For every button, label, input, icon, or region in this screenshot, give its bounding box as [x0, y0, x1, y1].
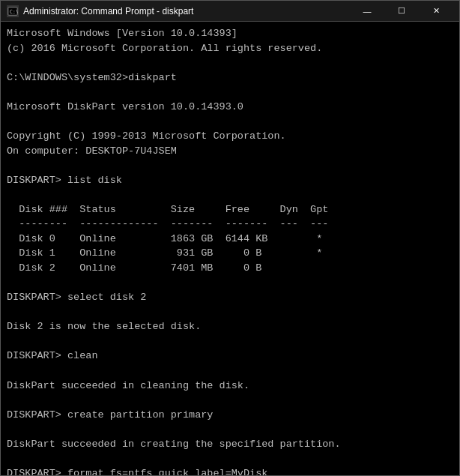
terminal-line: DISKPART> list disk [7, 173, 453, 188]
terminal-line: Disk 2 is now the selected disk. [7, 319, 453, 334]
terminal-line: DiskPart succeeded in cleaning the disk. [7, 379, 453, 394]
terminal-body[interactable]: Microsoft Windows [Version 10.0.14393](c… [1, 22, 459, 475]
minimize-button[interactable]: — [350, 1, 384, 22]
terminal-line [7, 114, 453, 129]
title-bar: C:\ Administrator: Command Prompt - disk… [1, 1, 459, 22]
terminal-line: Disk ### Status Size Free Dyn Gpt [7, 202, 453, 217]
terminal-line [7, 334, 453, 349]
terminal-line: Disk 1 Online 931 GB 0 B * [7, 246, 453, 261]
command-prompt-window: C:\ Administrator: Command Prompt - disk… [0, 0, 460, 476]
terminal-line: On computer: DESKTOP-7U4JSEM [7, 144, 453, 159]
terminal-line [7, 85, 453, 100]
terminal-line [7, 276, 453, 291]
terminal-line [7, 187, 453, 202]
window-controls: — ☐ ✕ [350, 1, 453, 22]
close-button[interactable]: ✕ [419, 1, 453, 22]
terminal-line [7, 451, 453, 466]
terminal-line: Disk 0 Online 1863 GB 6144 KB * [7, 232, 453, 247]
window-title: Administrator: Command Prompt - diskpart [23, 6, 350, 16]
terminal-line: Microsoft Windows [Version 10.0.14393] [7, 26, 453, 41]
terminal-line [7, 55, 453, 70]
window-icon: C:\ [7, 5, 19, 17]
maximize-button[interactable]: ☐ [384, 1, 419, 22]
terminal-line: C:\WINDOWS\system32>diskpart [7, 70, 453, 85]
terminal-line: DISKPART> select disk 2 [7, 290, 453, 305]
terminal-line: DISKPART> create partition primary [7, 408, 453, 423]
terminal-line [7, 422, 453, 437]
terminal-line: Microsoft DiskPart version 10.0.14393.0 [7, 100, 453, 115]
terminal-line: DiskPart succeeded in creating the speci… [7, 437, 453, 452]
svg-text:C:\: C:\ [10, 8, 18, 14]
terminal-line: DISKPART> format fs=ntfs quick label=MyD… [7, 466, 453, 475]
terminal-line [7, 393, 453, 408]
terminal-line [7, 305, 453, 320]
terminal-line: -------- ------------- ------- ------- -… [7, 217, 453, 232]
terminal-line: (c) 2016 Microsoft Corporation. All righ… [7, 41, 453, 56]
terminal-line: Copyright (C) 1999-2013 Microsoft Corpor… [7, 129, 453, 144]
terminal-line [7, 364, 453, 379]
terminal-line: DISKPART> clean [7, 349, 453, 364]
terminal-line: Disk 2 Online 7401 MB 0 B [7, 261, 453, 276]
terminal-line [7, 158, 453, 173]
